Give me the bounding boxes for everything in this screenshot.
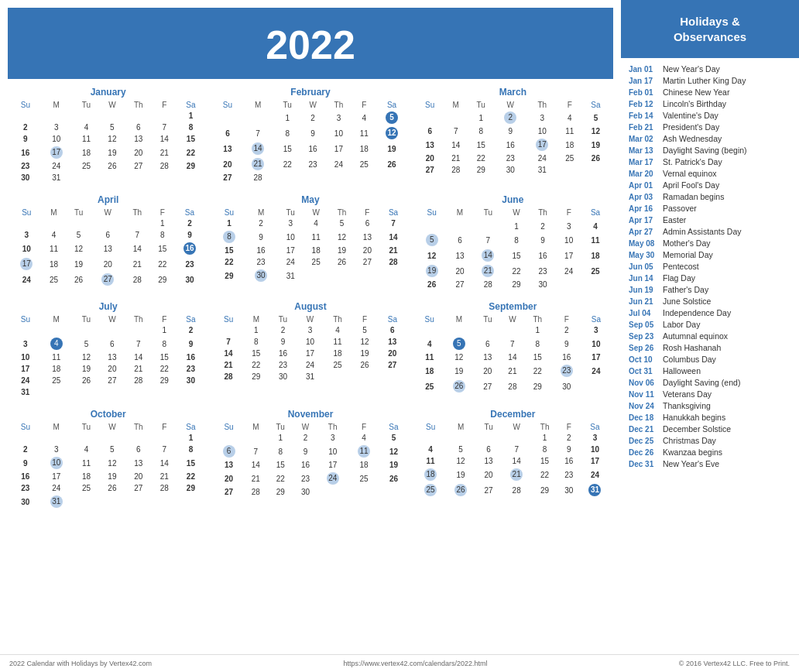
holiday-date: Oct 31 xyxy=(629,367,658,375)
holiday-name: Independence Day xyxy=(663,308,731,317)
day-cell: 28 xyxy=(472,279,504,290)
day-cell: 14 xyxy=(242,141,273,156)
day-cell: 20 xyxy=(100,363,124,375)
day-cell: 27 xyxy=(92,272,124,287)
day-cell: 8 xyxy=(524,336,551,351)
day-cell: 15 xyxy=(532,455,558,467)
day-cell xyxy=(379,268,407,283)
day-cell: 26 xyxy=(352,359,377,371)
day-cell xyxy=(558,164,581,176)
day-cell xyxy=(73,494,101,509)
holiday-date: May 08 xyxy=(629,239,658,248)
day-cell: 10 xyxy=(40,133,73,145)
day-cell: 18 xyxy=(43,256,66,272)
day-cell: 5 xyxy=(379,432,407,444)
day-cell: 1 xyxy=(532,432,558,444)
day-cell: 18 xyxy=(323,348,352,359)
day-cell: 22 xyxy=(274,156,301,172)
day-cell: 21 xyxy=(242,156,273,172)
day-cell: 17 xyxy=(297,348,323,359)
day-cell: 7 xyxy=(124,229,151,241)
day-cell xyxy=(213,110,242,125)
day-cell xyxy=(301,172,325,183)
day-cell: 29 xyxy=(267,486,293,498)
month-table: SuMTuWThFSa12345678910111213141516171819… xyxy=(416,207,610,290)
holiday-date: Dec 18 xyxy=(629,413,658,422)
day-cell: 21 xyxy=(444,153,468,164)
day-cell: 6 xyxy=(377,324,408,336)
footer: 2022 Calendar with Holidays by Vertex42.… xyxy=(0,654,799,672)
day-cell xyxy=(125,386,153,398)
day-cell: 10 xyxy=(526,125,558,137)
holiday-item: Jul 04Independence Day xyxy=(629,308,791,317)
holiday-name: Veterans Day xyxy=(663,389,712,399)
day-cell: 27 xyxy=(125,160,153,172)
holiday-name: Pentecost xyxy=(663,262,699,271)
day-cell: 9 xyxy=(495,125,526,137)
day-cell: 8 xyxy=(468,125,495,137)
day-cell: 29 xyxy=(504,279,528,290)
day-cell: 23 xyxy=(11,482,40,494)
day-cell: 23 xyxy=(177,363,206,375)
day-cell: 13 xyxy=(213,141,242,156)
day-cell xyxy=(40,386,73,398)
holiday-date: Mar 17 xyxy=(629,158,658,166)
day-cell: 27 xyxy=(355,256,379,268)
day-cell xyxy=(73,110,101,122)
day-cell: 24 xyxy=(526,153,558,164)
holiday-date: Oct 10 xyxy=(629,355,658,364)
day-cell: 24 xyxy=(297,359,323,371)
holiday-date: Dec 25 xyxy=(629,437,658,445)
day-cell xyxy=(100,172,124,183)
day-cell: 23 xyxy=(245,256,277,268)
day-cell: 23 xyxy=(269,359,297,371)
day-cell: 15 xyxy=(524,351,551,363)
day-cell: 6 xyxy=(476,444,502,455)
holiday-item: Jan 17Martin Luther King Day xyxy=(629,76,791,85)
day-cell: 1 xyxy=(244,324,269,336)
day-cell: 4 xyxy=(73,122,101,133)
day-cell: 12 xyxy=(444,351,475,363)
day-cell: 6 xyxy=(100,336,124,351)
holiday-name: Hanukkah begins xyxy=(663,413,725,422)
day-cell: 7 xyxy=(502,444,532,455)
day-cell: 27 xyxy=(213,172,242,183)
day-cell: 25 xyxy=(40,375,73,386)
day-cell: 13 xyxy=(92,241,124,256)
day-cell: 24 xyxy=(325,156,353,172)
day-cell: 26 xyxy=(100,482,124,494)
day-cell: 8 xyxy=(151,229,174,241)
day-cell: 19 xyxy=(65,256,92,272)
day-cell: 26 xyxy=(446,482,476,498)
holiday-name: Martin Luther King Day xyxy=(663,76,746,85)
holiday-name: Christmas Day xyxy=(663,436,716,445)
holiday-item: Nov 24Thanksgiving xyxy=(629,401,791,410)
day-cell: 5 xyxy=(65,229,92,241)
footer-right: © 2016 Vertex42 LLC. Free to Print. xyxy=(679,660,790,667)
day-cell: 21 xyxy=(125,363,153,375)
day-cell: 8 xyxy=(177,444,206,455)
holiday-item: Feb 01Chinese New Year xyxy=(629,87,791,97)
holiday-name: Admin Assistants Day xyxy=(663,227,742,236)
holiday-item: Oct 31Halloween xyxy=(629,366,791,375)
day-cell: 19 xyxy=(73,363,101,375)
day-cell: 19 xyxy=(379,459,407,471)
day-cell: 26 xyxy=(379,471,407,486)
day-cell: 2 xyxy=(293,432,317,444)
day-cell: 11 xyxy=(43,241,66,256)
months-grid: JanuarySuMTuWThFSa1234567891011121314151… xyxy=(8,87,613,509)
day-cell: 23 xyxy=(301,156,325,172)
day-cell: 12 xyxy=(416,248,448,263)
month-block: FebruarySuMTuWThFSa123456789101112131415… xyxy=(213,87,407,183)
day-cell: 5 xyxy=(100,122,124,133)
day-cell: 12 xyxy=(100,455,124,471)
holiday-item: Feb 14Valentine's Day xyxy=(629,111,791,120)
holiday-date: Feb 12 xyxy=(629,100,658,108)
month-title: December xyxy=(416,409,610,420)
day-cell: 4 xyxy=(40,336,73,351)
holiday-item: Feb 12Lincoln's Birthday xyxy=(629,99,791,108)
day-cell: 30 xyxy=(11,494,40,509)
day-cell: 19 xyxy=(100,471,124,482)
day-cell: 12 xyxy=(379,444,407,459)
day-cell: 2 xyxy=(11,444,40,455)
